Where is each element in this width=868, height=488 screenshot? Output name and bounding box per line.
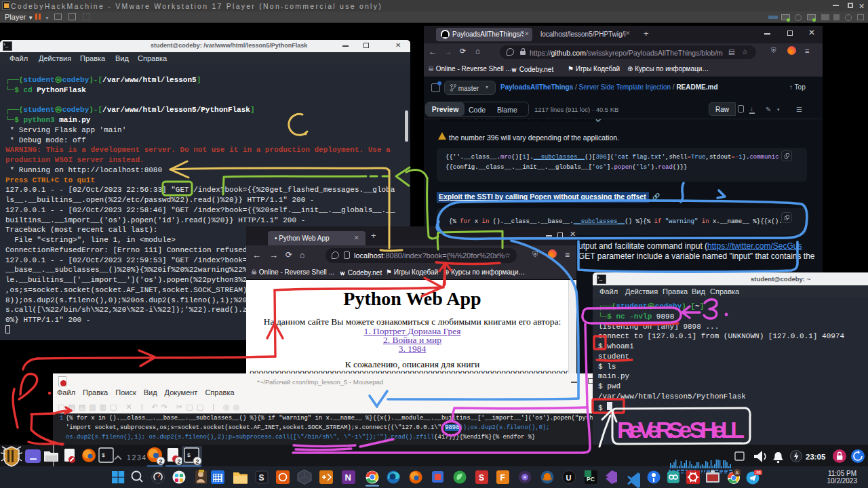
svg-text:U: U: [566, 474, 572, 482]
svg-text:.98: .98: [755, 470, 762, 474]
svg-text:2: 2: [195, 458, 199, 465]
svg-text:F: F: [500, 473, 505, 483]
svg-text:2: 2: [159, 458, 162, 465]
svg-text:$: $: [187, 452, 191, 458]
svg-text:A: A: [736, 470, 739, 475]
svg-text:ReVeRSe SHeLL: ReVeRSe SHeLL: [617, 417, 745, 443]
svg-text:23:05: 23:05: [806, 453, 826, 461]
svg-text:N: N: [345, 472, 351, 483]
svg-text:11:05 PM: 11:05 PM: [828, 470, 856, 477]
svg-text:$: $: [102, 452, 105, 458]
svg-text:2: 2: [177, 458, 180, 465]
svg-text:S: S: [259, 473, 264, 483]
svg-text:10/2/2023: 10/2/2023: [827, 477, 858, 485]
svg-text:S: S: [479, 473, 484, 483]
svg-text:PC: PC: [587, 476, 595, 483]
svg-text:1234: 1234: [127, 453, 147, 462]
